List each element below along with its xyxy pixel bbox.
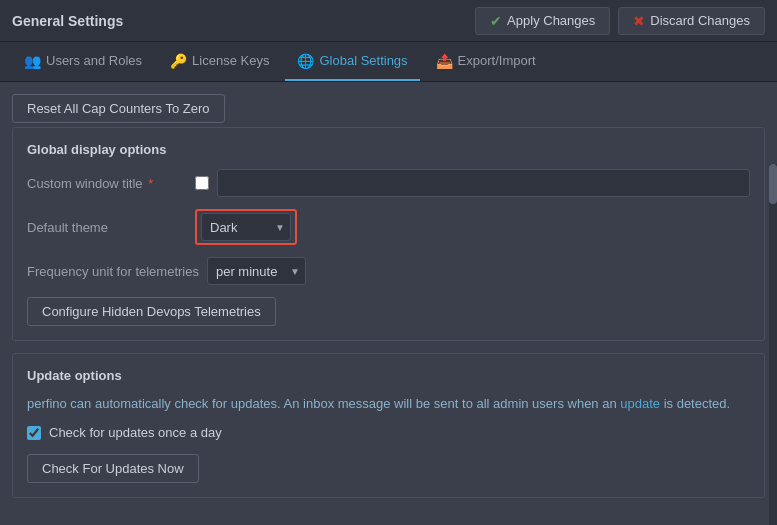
global-display-section: Global display options Custom window tit…	[12, 127, 765, 341]
check-updates-now-button[interactable]: Check For Updates Now	[27, 454, 199, 483]
required-asterisk: *	[148, 176, 153, 191]
x-circle-icon: ✖	[633, 13, 645, 29]
tab-license-keys[interactable]: 🔑 License Keys	[158, 42, 281, 81]
check-daily-row: Check for updates once a day	[27, 425, 750, 440]
update-options-title: Update options	[27, 368, 750, 383]
content-area: Reset All Cap Counters To Zero Global di…	[0, 82, 777, 510]
default-theme-label: Default theme	[27, 220, 187, 235]
scrollbar-thumb[interactable]	[769, 164, 777, 204]
default-theme-select[interactable]: Dark Light System	[201, 213, 291, 241]
users-icon: 👥	[24, 53, 41, 69]
frequency-label: Frequency unit for telemetries	[27, 264, 199, 279]
top-section: Reset All Cap Counters To Zero	[0, 82, 777, 127]
update-info-text: perfino can automatically check for upda…	[27, 395, 750, 413]
default-theme-select-wrapper: Dark Light System ▼	[201, 213, 291, 241]
default-theme-row: Default theme Dark Light System ▼	[27, 209, 750, 245]
tab-export-import[interactable]: 📤 Export/Import	[424, 42, 548, 81]
reset-cap-counters-button[interactable]: Reset All Cap Counters To Zero	[12, 94, 225, 123]
main-wrapper: Reset All Cap Counters To Zero Global di…	[0, 82, 777, 510]
update-options-section: Update options perfino can automatically…	[12, 353, 765, 498]
configure-devops-wrapper: Configure Hidden Devops Telemetries	[27, 297, 750, 326]
header-buttons: ✔ Apply Changes ✖ Discard Changes	[475, 7, 765, 35]
update-link-text: update	[620, 396, 660, 411]
header: General Settings ✔ Apply Changes ✖ Disca…	[0, 0, 777, 42]
frequency-select[interactable]: per minute per second per hour	[207, 257, 306, 285]
export-icon: 📤	[436, 53, 453, 69]
configure-hidden-devops-button[interactable]: Configure Hidden Devops Telemetries	[27, 297, 276, 326]
custom-window-title-row: Custom window title *	[27, 169, 750, 197]
page-title: General Settings	[12, 13, 123, 29]
tab-users-roles[interactable]: 👥 Users and Roles	[12, 42, 154, 81]
default-theme-highlight: Dark Light System ▼	[195, 209, 297, 245]
custom-window-title-label: Custom window title *	[27, 176, 187, 191]
check-daily-checkbox[interactable]	[27, 426, 41, 440]
globe-icon: 🌐	[297, 53, 314, 69]
frequency-select-wrapper: per minute per second per hour ▼	[207, 257, 306, 285]
global-display-title: Global display options	[27, 142, 750, 157]
check-daily-label: Check for updates once a day	[49, 425, 222, 440]
apply-changes-button[interactable]: ✔ Apply Changes	[475, 7, 610, 35]
tab-global-settings[interactable]: 🌐 Global Settings	[285, 42, 419, 81]
scrollbar-track[interactable]	[769, 164, 777, 525]
custom-window-title-checkbox[interactable]	[195, 176, 209, 190]
nav-tabs: 👥 Users and Roles 🔑 License Keys 🌐 Globa…	[0, 42, 777, 82]
check-icon: ✔	[490, 13, 502, 29]
key-icon: 🔑	[170, 53, 187, 69]
discard-changes-button[interactable]: ✖ Discard Changes	[618, 7, 765, 35]
frequency-unit-row: Frequency unit for telemetries per minut…	[27, 257, 750, 285]
custom-window-title-input[interactable]	[217, 169, 750, 197]
